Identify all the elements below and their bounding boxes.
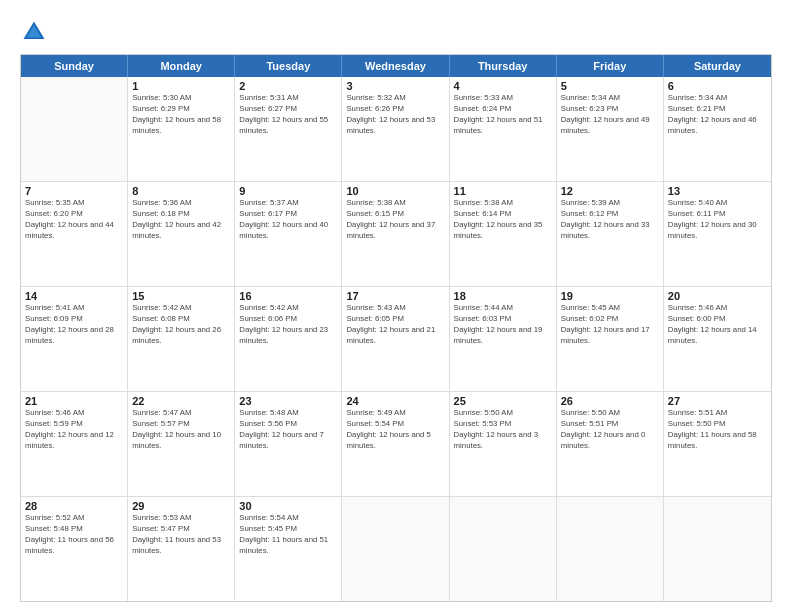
cell-info: Sunrise: 5:42 AM Sunset: 6:06 PM Dayligh… [239,303,337,347]
day-cell-8: 8Sunrise: 5:36 AM Sunset: 6:18 PM Daylig… [128,182,235,286]
day-number: 16 [239,290,337,302]
cell-info: Sunrise: 5:39 AM Sunset: 6:12 PM Dayligh… [561,198,659,242]
cell-info: Sunrise: 5:46 AM Sunset: 5:59 PM Dayligh… [25,408,123,452]
day-number: 28 [25,500,123,512]
cell-info: Sunrise: 5:31 AM Sunset: 6:27 PM Dayligh… [239,93,337,137]
day-number: 3 [346,80,444,92]
cell-info: Sunrise: 5:52 AM Sunset: 5:48 PM Dayligh… [25,513,123,557]
day-number: 11 [454,185,552,197]
day-cell-23: 23Sunrise: 5:48 AM Sunset: 5:56 PM Dayli… [235,392,342,496]
day-number: 12 [561,185,659,197]
cell-info: Sunrise: 5:41 AM Sunset: 6:09 PM Dayligh… [25,303,123,347]
day-number: 1 [132,80,230,92]
empty-cell [21,77,128,181]
day-number: 5 [561,80,659,92]
calendar-header: SundayMondayTuesdayWednesdayThursdayFrid… [21,55,771,77]
day-number: 9 [239,185,337,197]
day-number: 26 [561,395,659,407]
cell-info: Sunrise: 5:51 AM Sunset: 5:50 PM Dayligh… [668,408,767,452]
day-cell-27: 27Sunrise: 5:51 AM Sunset: 5:50 PM Dayli… [664,392,771,496]
cell-info: Sunrise: 5:33 AM Sunset: 6:24 PM Dayligh… [454,93,552,137]
header-day-thursday: Thursday [450,55,557,77]
cell-info: Sunrise: 5:53 AM Sunset: 5:47 PM Dayligh… [132,513,230,557]
page: SundayMondayTuesdayWednesdayThursdayFrid… [0,0,792,612]
day-cell-29: 29Sunrise: 5:53 AM Sunset: 5:47 PM Dayli… [128,497,235,601]
day-number: 18 [454,290,552,302]
cell-info: Sunrise: 5:45 AM Sunset: 6:02 PM Dayligh… [561,303,659,347]
header-day-saturday: Saturday [664,55,771,77]
cell-info: Sunrise: 5:47 AM Sunset: 5:57 PM Dayligh… [132,408,230,452]
cell-info: Sunrise: 5:40 AM Sunset: 6:11 PM Dayligh… [668,198,767,242]
header-day-friday: Friday [557,55,664,77]
logo-icon [20,18,48,46]
cell-info: Sunrise: 5:42 AM Sunset: 6:08 PM Dayligh… [132,303,230,347]
day-cell-24: 24Sunrise: 5:49 AM Sunset: 5:54 PM Dayli… [342,392,449,496]
cell-info: Sunrise: 5:37 AM Sunset: 6:17 PM Dayligh… [239,198,337,242]
empty-cell [664,497,771,601]
day-number: 20 [668,290,767,302]
day-cell-19: 19Sunrise: 5:45 AM Sunset: 6:02 PM Dayli… [557,287,664,391]
cell-info: Sunrise: 5:46 AM Sunset: 6:00 PM Dayligh… [668,303,767,347]
day-number: 22 [132,395,230,407]
day-number: 15 [132,290,230,302]
cell-info: Sunrise: 5:50 AM Sunset: 5:51 PM Dayligh… [561,408,659,452]
cell-info: Sunrise: 5:32 AM Sunset: 6:26 PM Dayligh… [346,93,444,137]
cell-info: Sunrise: 5:38 AM Sunset: 6:14 PM Dayligh… [454,198,552,242]
calendar-row-3: 14Sunrise: 5:41 AM Sunset: 6:09 PM Dayli… [21,287,771,392]
day-cell-13: 13Sunrise: 5:40 AM Sunset: 6:11 PM Dayli… [664,182,771,286]
day-cell-2: 2Sunrise: 5:31 AM Sunset: 6:27 PM Daylig… [235,77,342,181]
header-day-sunday: Sunday [21,55,128,77]
day-number: 14 [25,290,123,302]
day-cell-9: 9Sunrise: 5:37 AM Sunset: 6:17 PM Daylig… [235,182,342,286]
day-cell-30: 30Sunrise: 5:54 AM Sunset: 5:45 PM Dayli… [235,497,342,601]
day-cell-20: 20Sunrise: 5:46 AM Sunset: 6:00 PM Dayli… [664,287,771,391]
calendar: SundayMondayTuesdayWednesdayThursdayFrid… [20,54,772,602]
day-cell-17: 17Sunrise: 5:43 AM Sunset: 6:05 PM Dayli… [342,287,449,391]
day-number: 10 [346,185,444,197]
day-cell-14: 14Sunrise: 5:41 AM Sunset: 6:09 PM Dayli… [21,287,128,391]
day-number: 13 [668,185,767,197]
day-cell-28: 28Sunrise: 5:52 AM Sunset: 5:48 PM Dayli… [21,497,128,601]
header-day-tuesday: Tuesday [235,55,342,77]
cell-info: Sunrise: 5:34 AM Sunset: 6:23 PM Dayligh… [561,93,659,137]
cell-info: Sunrise: 5:54 AM Sunset: 5:45 PM Dayligh… [239,513,337,557]
day-cell-7: 7Sunrise: 5:35 AM Sunset: 6:20 PM Daylig… [21,182,128,286]
day-cell-15: 15Sunrise: 5:42 AM Sunset: 6:08 PM Dayli… [128,287,235,391]
day-number: 21 [25,395,123,407]
empty-cell [342,497,449,601]
cell-info: Sunrise: 5:35 AM Sunset: 6:20 PM Dayligh… [25,198,123,242]
day-number: 6 [668,80,767,92]
cell-info: Sunrise: 5:38 AM Sunset: 6:15 PM Dayligh… [346,198,444,242]
calendar-row-1: 1Sunrise: 5:30 AM Sunset: 6:29 PM Daylig… [21,77,771,182]
day-number: 29 [132,500,230,512]
day-cell-16: 16Sunrise: 5:42 AM Sunset: 6:06 PM Dayli… [235,287,342,391]
calendar-row-5: 28Sunrise: 5:52 AM Sunset: 5:48 PM Dayli… [21,497,771,601]
day-number: 2 [239,80,337,92]
day-cell-12: 12Sunrise: 5:39 AM Sunset: 6:12 PM Dayli… [557,182,664,286]
day-cell-6: 6Sunrise: 5:34 AM Sunset: 6:21 PM Daylig… [664,77,771,181]
day-cell-25: 25Sunrise: 5:50 AM Sunset: 5:53 PM Dayli… [450,392,557,496]
day-cell-18: 18Sunrise: 5:44 AM Sunset: 6:03 PM Dayli… [450,287,557,391]
day-number: 27 [668,395,767,407]
empty-cell [557,497,664,601]
day-cell-1: 1Sunrise: 5:30 AM Sunset: 6:29 PM Daylig… [128,77,235,181]
calendar-body: 1Sunrise: 5:30 AM Sunset: 6:29 PM Daylig… [21,77,771,601]
cell-info: Sunrise: 5:49 AM Sunset: 5:54 PM Dayligh… [346,408,444,452]
day-cell-3: 3Sunrise: 5:32 AM Sunset: 6:26 PM Daylig… [342,77,449,181]
header [20,18,772,46]
day-cell-5: 5Sunrise: 5:34 AM Sunset: 6:23 PM Daylig… [557,77,664,181]
cell-info: Sunrise: 5:34 AM Sunset: 6:21 PM Dayligh… [668,93,767,137]
cell-info: Sunrise: 5:43 AM Sunset: 6:05 PM Dayligh… [346,303,444,347]
day-number: 23 [239,395,337,407]
day-number: 24 [346,395,444,407]
day-cell-26: 26Sunrise: 5:50 AM Sunset: 5:51 PM Dayli… [557,392,664,496]
cell-info: Sunrise: 5:44 AM Sunset: 6:03 PM Dayligh… [454,303,552,347]
calendar-row-2: 7Sunrise: 5:35 AM Sunset: 6:20 PM Daylig… [21,182,771,287]
cell-info: Sunrise: 5:36 AM Sunset: 6:18 PM Dayligh… [132,198,230,242]
cell-info: Sunrise: 5:50 AM Sunset: 5:53 PM Dayligh… [454,408,552,452]
day-cell-21: 21Sunrise: 5:46 AM Sunset: 5:59 PM Dayli… [21,392,128,496]
calendar-row-4: 21Sunrise: 5:46 AM Sunset: 5:59 PM Dayli… [21,392,771,497]
day-cell-4: 4Sunrise: 5:33 AM Sunset: 6:24 PM Daylig… [450,77,557,181]
day-number: 30 [239,500,337,512]
day-number: 19 [561,290,659,302]
